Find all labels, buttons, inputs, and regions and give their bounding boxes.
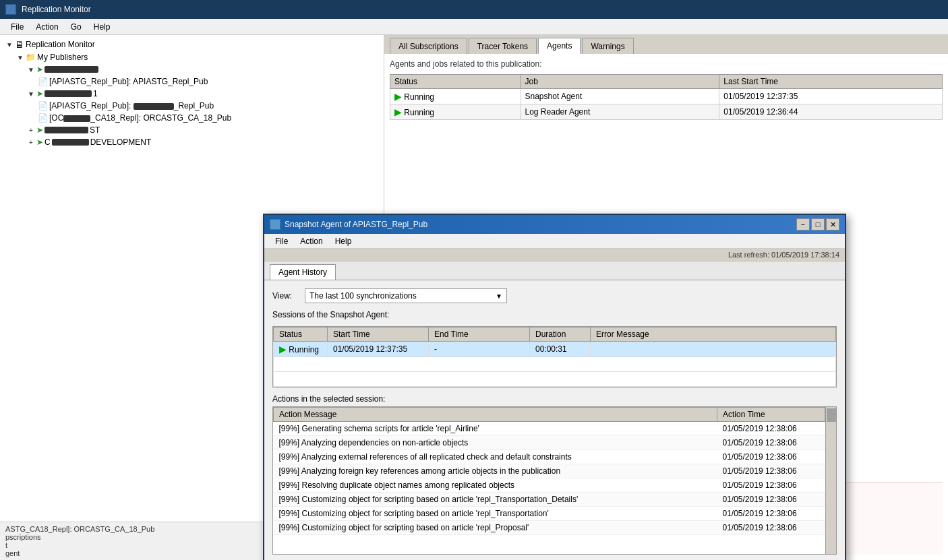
action-time-2: 01/05/2019 12:38:06 (717, 436, 825, 450)
sessions-col-duration: Duration (530, 328, 591, 342)
session-error-1 (591, 342, 836, 357)
table-row[interactable]: [99%] Generating schema scripts for arti… (274, 422, 825, 436)
tab-all-subscriptions[interactable]: All Subscriptions (390, 38, 467, 54)
title-bar: Replication Monitor (0, 0, 948, 19)
expand-node4-icon: + (27, 138, 35, 146)
dialog-menu-file[interactable]: File (270, 235, 293, 247)
node4-suffix: DEVELOPMENT (90, 137, 152, 147)
tree-my-publishers[interactable]: ▼ 📁 My Publishers (13, 51, 381, 63)
agent-job-2: Log Reader Agent (521, 104, 719, 120)
action-msg-2: [99%] Analyzing dependencies on non-arti… (274, 436, 717, 450)
sessions-col-end-time: End Time (429, 328, 530, 342)
sessions-label: Sessions of the Snapshot Agent: (272, 310, 837, 319)
table-row[interactable]: ▶ Running Snapshot Agent 01/05/2019 12:3… (390, 89, 943, 104)
tree-node2a[interactable]: 📄 [APIASTG_Repl_Pub]: _Repl_Pub (35, 100, 381, 112)
dialog-minimize-button[interactable]: − (796, 218, 810, 230)
expand-node1-icon: ▼ (27, 65, 35, 73)
table-row[interactable]: ▶ Running Log Reader Agent 01/05/2019 12… (390, 104, 943, 120)
node4-label-redacted (52, 139, 89, 146)
actions-label: Actions in the selected session: (272, 394, 837, 404)
actions-col-message: Action Message (274, 408, 717, 422)
session-status-1: ▶ Running (274, 342, 328, 357)
action-time-3: 01/05/2019 12:38:06 (717, 450, 825, 464)
menu-action[interactable]: Action (30, 21, 63, 33)
action-msg-6: [99%] Customizing object for scripting b… (274, 493, 717, 507)
table-row[interactable]: [99%] Analyzing foreign key references a… (274, 464, 825, 478)
table-row[interactable]: ▶ Running 01/05/2019 12:37:35 - 00:00:31 (274, 342, 836, 357)
action-time-8: 01/05/2019 12:38:06 (717, 521, 825, 535)
dropdown-arrow-icon: ▼ (496, 292, 502, 300)
node1-label-redacted (45, 66, 98, 73)
tree-root[interactable]: ▼ 🖥 Replication Monitor (3, 38, 381, 51)
expand-root-icon: ▼ (5, 40, 13, 49)
node4-prefix: C (45, 137, 51, 147)
table-row[interactable]: [99%] Analyzing external references of a… (274, 450, 825, 464)
table-row[interactable]: [99%] Customizing object for scripting b… (274, 521, 825, 535)
action-msg-4: [99%] Analyzing foreign key references a… (274, 464, 717, 478)
menu-file[interactable]: File (5, 21, 29, 33)
agent-status-1: ▶ Running (390, 89, 521, 104)
agent-start-2: 01/05/2019 12:36:44 (719, 104, 943, 120)
tree-node2b[interactable]: 📄 [OC_CA18_Repl]: ORCASTG_CA_18_Pub (35, 112, 381, 124)
action-time-1: 01/05/2019 12:38:06 (717, 422, 825, 436)
dialog-tab-agent-history[interactable]: Agent History (270, 264, 336, 280)
node2a-icon: 📄 (38, 101, 48, 111)
dialog-controls: − □ ✕ (796, 218, 839, 230)
view-row: View: The last 100 synchronizations ▼ (272, 288, 837, 303)
right-tab-bar: All Subscriptions Tracer Tokens Agents W… (384, 35, 948, 54)
tab-tracer-tokens[interactable]: Tracer Tokens (469, 38, 537, 54)
action-msg-5: [99%] Resolving duplicate object names a… (274, 478, 717, 493)
node1a-icon: 📄 (38, 77, 48, 86)
actions-section: Actions in the selected session: Action … (272, 394, 837, 555)
dialog-tabs: Agent History (264, 261, 845, 280)
agents-table: Status Job Last Start Time ▶ Running Sna… (390, 74, 943, 120)
node2b-icon: 📄 (38, 113, 48, 123)
action-time-4: 01/05/2019 12:38:06 (717, 464, 825, 478)
agents-col-status: Status (390, 75, 521, 89)
sessions-col-error: Error Message (591, 328, 836, 342)
running-icon-1: ▶ (394, 91, 402, 102)
running-icon-2: ▶ (394, 106, 402, 117)
view-select[interactable]: The last 100 synchronizations ▼ (305, 288, 507, 303)
dialog-menu-help[interactable]: Help (330, 235, 357, 247)
tree-node3[interactable]: + ➤ ST (24, 124, 381, 136)
dialog-close-button[interactable]: ✕ (826, 218, 839, 230)
tree-node2a-label: [APIASTG_Repl_Pub]: _Repl_Pub (49, 101, 214, 111)
tree-node4[interactable]: + ➤ C DEVELOPMENT (24, 136, 381, 148)
action-msg-1: [99%] Generating schema scripts for arti… (274, 422, 717, 436)
dialog-menu: File Action Help (264, 234, 845, 249)
menu-go[interactable]: Go (65, 21, 87, 33)
session-start-1: 01/05/2019 12:37:35 (328, 342, 429, 357)
tree-node2[interactable]: ▼ ➤ 1 (24, 88, 381, 100)
app-icon (5, 4, 16, 15)
dialog-menu-action[interactable]: Action (295, 235, 328, 247)
menu-bar: File Action Go Help (0, 19, 948, 35)
table-row[interactable]: [99%] Customizing object for scripting b… (274, 493, 825, 507)
tree-root-label: Replication Monitor (26, 40, 95, 49)
tree-my-publishers-label: My Publishers (37, 53, 88, 62)
snapshot-agent-dialog: Snapshot Agent of APIASTG_Repl_Pub − □ ✕… (263, 214, 846, 560)
node2-suffix: 1 (93, 89, 98, 98)
scrollbar[interactable] (825, 407, 836, 554)
table-row[interactable]: [99%] Analyzing dependencies on non-arti… (274, 436, 825, 450)
table-row[interactable]: [99%] Resolving duplicate object names a… (274, 478, 825, 493)
actions-table: Action Message Action Time [99%] Generat… (273, 407, 825, 535)
scroll-thumb[interactable] (827, 408, 836, 422)
view-label: View: (272, 291, 299, 301)
session-running-icon: ▶ (279, 344, 287, 354)
action-time-6: 01/05/2019 12:38:06 (717, 493, 825, 507)
main-content: ▼ 🖥 Replication Monitor ▼ 📁 My Publisher… (0, 35, 948, 560)
dialog-maximize-button[interactable]: □ (811, 218, 825, 230)
arrow-node4-icon: ➤ (36, 137, 43, 147)
tab-agents[interactable]: Agents (538, 38, 581, 54)
dialog-body: View: The last 100 synchronizations ▼ Se… (264, 280, 845, 560)
tree-node1[interactable]: ▼ ➤ (24, 63, 381, 75)
refresh-time-label: Last refresh: 01/05/2019 17:38:14 (728, 251, 839, 259)
table-row[interactable]: [99%] Customizing object for scripting b… (274, 507, 825, 521)
tree-node1a[interactable]: 📄 [APIASTG_Repl_Pub]: APIASTG_Repl_Pub (35, 75, 381, 88)
menu-help[interactable]: Help (88, 21, 116, 33)
tab-warnings[interactable]: Warnings (582, 38, 633, 54)
app-window: Replication Monitor File Action Go Help … (0, 0, 948, 560)
node3-label-redacted (45, 127, 88, 133)
agent-start-1: 01/05/2019 12:37:35 (719, 89, 943, 104)
